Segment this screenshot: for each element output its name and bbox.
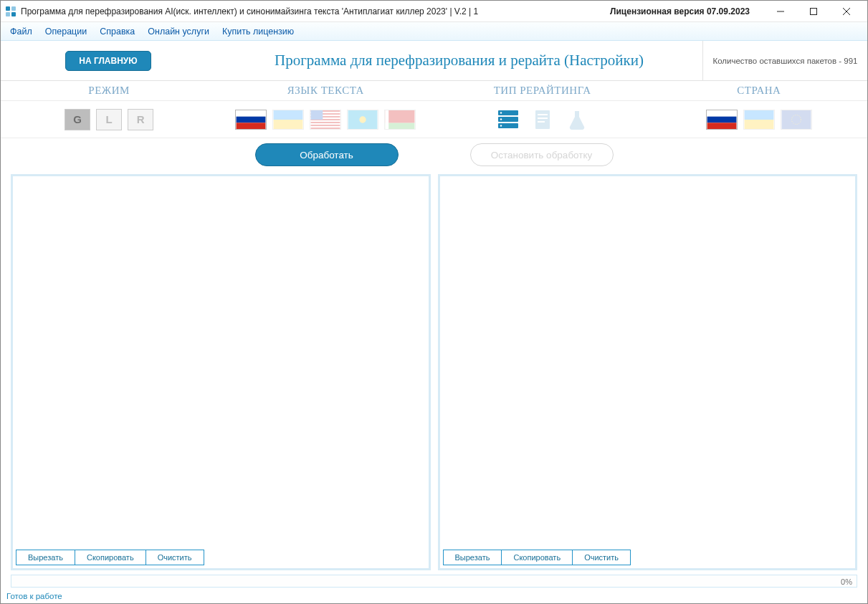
svg-rect-9 xyxy=(237,116,266,123)
progress-bar: 0% xyxy=(11,575,857,588)
title-bar: Программа для перефразирования AI(иск. и… xyxy=(1,1,867,22)
svg-rect-35 xyxy=(538,118,548,119)
minimize-button[interactable] xyxy=(764,1,797,22)
svg-rect-38 xyxy=(707,116,736,123)
country-flag-ukraine[interactable] xyxy=(743,110,775,130)
progress-wrap: 0% xyxy=(1,573,867,589)
header-language: ЯЗЫК ТЕКСТА xyxy=(217,81,434,100)
rewrite-type-cell xyxy=(434,101,651,138)
svg-point-23 xyxy=(360,116,366,123)
output-textarea[interactable] xyxy=(440,176,856,547)
svg-rect-36 xyxy=(538,121,545,123)
svg-rect-37 xyxy=(707,110,736,117)
svg-rect-12 xyxy=(274,120,303,129)
mode-cell: G L R xyxy=(1,101,217,138)
svg-rect-10 xyxy=(237,123,266,129)
menu-buy-license[interactable]: Купить лицензию xyxy=(216,24,300,39)
input-textarea[interactable] xyxy=(13,176,429,547)
svg-rect-24 xyxy=(386,110,415,123)
status-bar: Готов к работе xyxy=(1,589,867,603)
header-mode: РЕЖИМ xyxy=(1,81,217,100)
svg-rect-11 xyxy=(274,110,303,120)
packets-remaining: Количество оставшихся пакетов - 991 xyxy=(702,41,867,80)
text-panels: Вырезать Скопировать Очистить Вырезать С… xyxy=(1,171,867,573)
svg-rect-2 xyxy=(6,12,10,16)
svg-rect-34 xyxy=(538,114,548,115)
svg-rect-42 xyxy=(781,110,811,129)
menu-help[interactable]: Справка xyxy=(93,24,141,39)
stop-button: Остановить обработку xyxy=(470,143,614,166)
input-panel: Вырезать Скопировать Очистить xyxy=(11,174,431,570)
svg-rect-41 xyxy=(744,120,773,129)
app-window: Программа для перефразирования AI(иск. и… xyxy=(0,0,868,604)
svg-rect-3 xyxy=(11,12,16,16)
output-clear-button[interactable]: Очистить xyxy=(573,550,631,565)
svg-rect-1 xyxy=(11,6,16,11)
lang-flag-kazakhstan[interactable] xyxy=(347,110,378,130)
svg-rect-39 xyxy=(707,123,736,129)
type-server-icon[interactable] xyxy=(494,107,523,132)
lang-flag-ukraine[interactable] xyxy=(272,110,304,130)
svg-rect-5 xyxy=(811,8,817,14)
type-chemistry-icon[interactable] xyxy=(563,107,591,132)
input-clear-button[interactable]: Очистить xyxy=(146,550,204,565)
type-document-icon[interactable] xyxy=(528,107,557,132)
country-flag-russia[interactable] xyxy=(706,110,738,130)
svg-rect-26 xyxy=(386,110,389,129)
svg-rect-18 xyxy=(311,121,340,123)
svg-rect-33 xyxy=(535,110,550,129)
output-cut-button[interactable]: Вырезать xyxy=(443,550,502,565)
input-cut-button[interactable]: Вырезать xyxy=(16,550,75,565)
svg-rect-40 xyxy=(744,110,773,120)
lang-flag-belarus[interactable] xyxy=(384,110,416,130)
mode-l-button[interactable]: L xyxy=(96,109,122,130)
output-panel: Вырезать Скопировать Очистить xyxy=(438,174,858,570)
input-copy-button[interactable]: Скопировать xyxy=(75,550,146,565)
svg-rect-21 xyxy=(311,110,323,120)
svg-rect-25 xyxy=(386,123,415,128)
page-title: Программа для перефразирования и рерайта… xyxy=(275,52,644,69)
window-title: Программа для перефразирования AI(иск. и… xyxy=(21,6,478,16)
lang-flag-russia[interactable] xyxy=(235,110,267,130)
svg-point-31 xyxy=(500,118,501,120)
action-row: Обработать Остановить обработку xyxy=(1,138,867,171)
country-flag-eu[interactable] xyxy=(781,110,812,130)
svg-point-30 xyxy=(500,112,501,113)
menu-operations[interactable]: Операции xyxy=(39,24,93,39)
svg-rect-0 xyxy=(6,6,10,11)
top-strip: НА ГЛАВНУЮ Программа для перефразировани… xyxy=(1,41,867,81)
output-copy-button[interactable]: Скопировать xyxy=(502,550,573,565)
menu-file[interactable]: Файл xyxy=(4,24,39,39)
mode-r-button[interactable]: R xyxy=(128,109,153,130)
option-row: G L R xyxy=(1,101,867,138)
svg-rect-8 xyxy=(237,110,266,117)
header-country: СТРАНА xyxy=(651,81,867,100)
mode-g-button[interactable]: G xyxy=(65,109,90,130)
menu-bar: Файл Операции Справка Онлайн услуги Купи… xyxy=(1,22,867,41)
lang-flag-usa[interactable] xyxy=(310,110,341,130)
header-rewrite-type: ТИП РЕРАЙТИНГА xyxy=(434,81,651,100)
maximize-button[interactable] xyxy=(797,1,830,22)
option-headers: РЕЖИМ ЯЗЫК ТЕКСТА ТИП РЕРАЙТИНГА СТРАНА xyxy=(1,81,867,101)
menu-online-services[interactable]: Онлайн услуги xyxy=(141,24,216,39)
home-button[interactable]: НА ГЛАВНУЮ xyxy=(65,51,151,71)
country-cell xyxy=(651,101,867,138)
svg-rect-19 xyxy=(311,124,340,125)
status-text: Готов к работе xyxy=(6,592,62,600)
svg-rect-20 xyxy=(311,127,340,128)
license-label: Лицензионная версия 07.09.2023 xyxy=(610,6,750,16)
svg-point-32 xyxy=(500,125,501,126)
process-button[interactable]: Обработать xyxy=(255,143,399,166)
progress-percent: 0% xyxy=(841,575,852,588)
language-cell xyxy=(217,101,434,138)
app-icon xyxy=(5,6,16,17)
close-button[interactable] xyxy=(830,1,863,22)
